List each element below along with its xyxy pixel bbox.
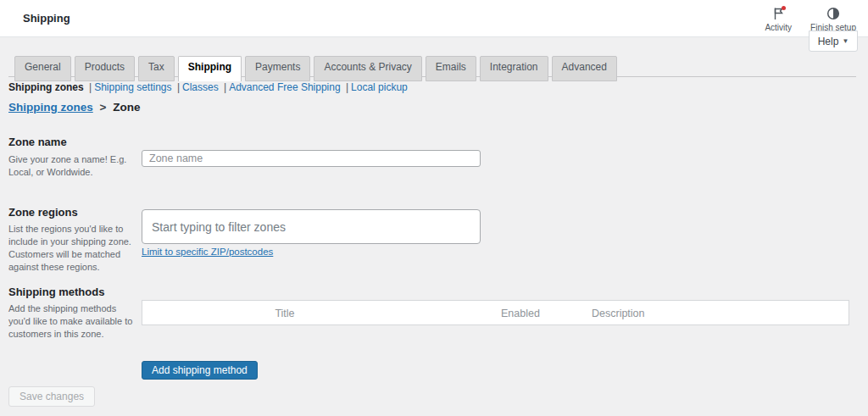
zone-regions-input[interactable] [142,209,481,244]
zone-name-heading: Zone name [8,136,67,148]
subnav-separator: | [177,81,180,93]
page-title: Shipping [23,12,70,25]
breadcrumb-separator: > [100,101,107,114]
tab-payments[interactable]: Payments [245,56,310,81]
shipping-methods-heading: Shipping methods [8,286,104,298]
breadcrumb-current-zone: Zone [113,101,140,114]
shipping-methods-table: Title Enabled Description [142,300,849,325]
table-header-description: Description [592,301,645,326]
activity-notification-dot [782,6,786,10]
help-label: Help [818,36,839,47]
breadcrumb-shipping-zones-link[interactable]: Shipping zones [8,101,93,114]
subnav-separator: | [224,81,226,93]
top-bar: Shipping Activity Finish setup [0,0,868,37]
tab-integration[interactable]: Integration [480,56,548,81]
table-header-enabled: Enabled [501,301,540,326]
settings-tab-bar: General Products Tax Shipping Payments A… [14,56,617,81]
tab-emails[interactable]: Emails [426,56,476,81]
subnav-item-classes[interactable]: Classes [182,81,219,93]
breadcrumb: Shipping zones > Zone [8,101,140,114]
tab-accounts-privacy[interactable]: Accounts & Privacy [314,56,421,81]
subnav-item-shipping-settings[interactable]: Shipping settings [94,81,171,93]
progress-circle-icon [826,7,841,21]
zone-name-input[interactable] [142,150,481,167]
tab-shipping[interactable]: Shipping [178,56,242,81]
activity-label: Activity [765,23,792,32]
help-button[interactable]: Help ▼ [809,31,858,52]
finish-setup-button[interactable]: Finish setup [810,7,856,32]
flag-icon [771,7,786,21]
tab-advanced[interactable]: Advanced [552,56,617,81]
tab-general[interactable]: General [14,56,71,81]
subnav-item-advanced-free-shipping[interactable]: Advanced Free Shipping [229,81,340,93]
tab-products[interactable]: Products [75,56,135,81]
tab-tax[interactable]: Tax [138,56,175,81]
add-shipping-method-button[interactable]: Add shipping method [142,361,258,380]
zone-regions-heading: Zone regions [8,206,78,219]
subnav-item-local-pickup[interactable]: Local pickup [351,81,408,93]
limit-zip-postcodes-link[interactable]: Limit to specific ZIP/postcodes [142,247,273,257]
shipping-methods-description: Add the shipping methods you'd like to m… [8,302,137,341]
top-actions: Activity Finish setup [765,7,856,32]
subnav-separator: | [89,81,92,93]
table-header-title: Title [142,301,427,326]
subnav-separator: | [346,81,348,93]
shipping-subnav: Shipping zones |Shipping settings |Class… [8,81,408,93]
chevron-down-icon: ▼ [842,37,849,45]
zone-name-description: Give your zone a name! E.g. Local, or Wo… [8,153,137,179]
activity-button[interactable]: Activity [765,7,792,32]
subnav-item-shipping-zones[interactable]: Shipping zones [8,81,84,93]
zone-regions-description: List the regions you'd like to include i… [8,223,137,273]
save-changes-button[interactable]: Save changes [8,386,95,407]
